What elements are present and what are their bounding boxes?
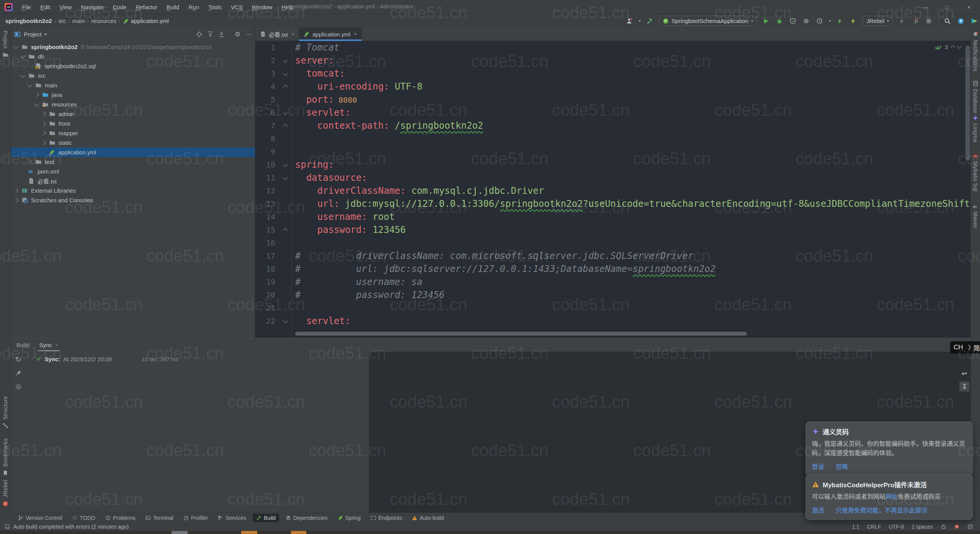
close-icon[interactable]: × — [291, 31, 294, 37]
rerun-clock-icon[interactable] — [815, 17, 824, 25]
fold-marker-icon[interactable] — [279, 228, 291, 232]
fold-marker-icon[interactable] — [279, 59, 291, 62]
tree-item-springbootkn2o2.sql[interactable]: SQLspringbootkn2o2.sql — [11, 61, 255, 71]
fold-marker-icon[interactable] — [279, 319, 291, 323]
code-line[interactable]: 10spring: — [255, 158, 971, 171]
sidebar-item-maven[interactable]: mMaven — [971, 203, 980, 229]
code-line[interactable]: 22 servlet: — [255, 315, 971, 328]
stop-icon[interactable] — [924, 17, 933, 25]
next-problem-icon[interactable] — [957, 44, 962, 49]
code-line[interactable]: 14 username: root — [255, 210, 971, 223]
code-line[interactable]: 9 — [255, 145, 971, 158]
sidebar-item-project[interactable]: Project — [2, 31, 8, 49]
chevron-down-icon[interactable] — [34, 102, 39, 106]
hammer-icon[interactable] — [645, 17, 654, 25]
editor-horizontal-scrollbar[interactable] — [295, 332, 747, 336]
fold-marker-icon[interactable] — [279, 111, 291, 115]
code-line[interactable]: 19# username: sa — [255, 275, 971, 288]
breadcrumb-item[interactable]: src — [58, 18, 66, 24]
code-line[interactable]: 1# Tomcat — [255, 41, 971, 54]
tree-item-springbootkn2o2[interactable]: springbootkn2o2E:\releaseComp\24-10\10\1… — [11, 42, 255, 52]
fold-marker-icon[interactable] — [279, 124, 291, 128]
run-icon[interactable] — [762, 17, 770, 25]
bolt-green-icon[interactable] — [836, 17, 844, 25]
chevron-right-icon[interactable] — [41, 121, 46, 126]
sidebar-item-lingma[interactable]: Lingma — [971, 115, 980, 142]
traffic-icon[interactable] — [911, 17, 920, 25]
toolwindow-button-todo[interactable]: TODO — [69, 514, 99, 522]
status-caret-position[interactable]: 1:1 — [852, 524, 859, 530]
scroll-to-end-icon[interactable]: ↧ — [959, 382, 969, 391]
chevron-right-icon[interactable] — [41, 131, 46, 136]
build-sync-row[interactable]: ✓ Sync: At 2025/12/2 20:09 15 sec, 387 m… — [26, 352, 369, 363]
chevron-right-icon[interactable] — [41, 111, 46, 116]
menu-code[interactable]: Code — [109, 3, 131, 11]
tree-item-static[interactable]: static — [11, 138, 255, 147]
chevron-down-icon[interactable] — [20, 54, 25, 59]
code-line[interactable]: 13 url: jdbc:mysql://127.0.0.1:3306/spri… — [255, 197, 971, 210]
chevron-down-icon[interactable]: ▾ — [829, 19, 831, 23]
tree-item-front[interactable]: front — [11, 119, 255, 128]
toolwindow-button-endpoints[interactable]: Endpoints — [367, 514, 405, 522]
chevron-right-icon[interactable] — [34, 92, 39, 97]
code-line[interactable]: 12 driverClassName: com.mysql.cj.jdbc.Dr… — [255, 184, 971, 197]
menu-navigate[interactable]: Navigate — [77, 3, 107, 11]
code-line[interactable]: 20# password: 123456 — [255, 288, 971, 301]
menu-window[interactable]: Window — [248, 3, 276, 11]
sidebar-item-mybatis-sql[interactable]: Mybatis Sql — [971, 153, 980, 192]
update-icon[interactable] — [957, 17, 965, 25]
chevron-down-icon[interactable] — [13, 44, 18, 49]
tree-item-scratches-and-consoles[interactable]: Scratches and Consoles — [11, 195, 255, 205]
code-line[interactable]: 21 — [255, 301, 971, 315]
notification-link[interactable]: 网址 — [885, 493, 898, 500]
menu-edit[interactable]: Edit — [36, 3, 54, 11]
notification-action[interactable]: 登录 — [812, 462, 824, 471]
editor-tab-必看.txt[interactable]: 必看.txt× — [255, 28, 299, 41]
tree-item-pom.xml[interactable]: mpom.xml — [11, 167, 255, 176]
toolwindow-button-build[interactable]: Build — [253, 514, 279, 522]
code-line[interactable]: 18# url: jdbc:sqlserver://127.0.0.1:1433… — [255, 262, 971, 275]
sidebar-item-notifications[interactable]: Notifications — [971, 31, 980, 72]
close-icon[interactable]: × — [354, 31, 357, 37]
code-line[interactable]: 7 context-path: /springbootkn2o2 — [255, 119, 971, 132]
code-line[interactable]: 8 — [255, 132, 971, 145]
notification-action[interactable]: 忽略 — [836, 462, 848, 471]
editor-tab-application.yml[interactable]: application.yml× — [299, 28, 361, 41]
toolwindow-button-profiler[interactable]: Profiler — [180, 514, 211, 522]
toolwindow-button-terminal[interactable]: Terminal — [142, 514, 177, 522]
tool-window-toggle-icon[interactable] — [5, 524, 10, 529]
run-configuration-select[interactable]: SpringbootSchemaApplication▾ — [659, 16, 757, 26]
tree-item-main[interactable]: main — [11, 80, 255, 90]
menu-vcs[interactable]: VCS — [227, 3, 247, 11]
toolwindow-button-spring[interactable]: Spring — [334, 514, 364, 522]
search-icon[interactable] — [943, 17, 952, 25]
status-indent-style[interactable]: 2 spaces — [911, 524, 933, 530]
error-dot-icon[interactable] — [954, 524, 960, 529]
tree-item-resources[interactable]: resources — [11, 100, 255, 109]
tree-item-必看.txt[interactable]: 必看.txt — [11, 176, 255, 186]
chevron-down-icon[interactable] — [27, 82, 32, 87]
fold-marker-icon[interactable] — [279, 85, 291, 88]
coverage-icon[interactable] — [789, 17, 797, 25]
bolt-gray-icon[interactable] — [898, 17, 906, 25]
chevron-down-icon[interactable]: ▾ — [639, 19, 640, 23]
chevron-down-icon[interactable] — [20, 73, 25, 78]
sidebar-item-jrebel[interactable]: JRebel — [0, 480, 11, 507]
code-line[interactable]: 4 uri-encoding: UTF-8 — [255, 80, 971, 93]
fold-marker-icon[interactable] — [279, 72, 291, 75]
code-line[interactable]: 2server: — [255, 54, 971, 67]
menu-view[interactable]: View — [56, 3, 75, 11]
code-line[interactable]: 3 tomcat: — [255, 67, 971, 80]
chevron-right-icon[interactable] — [13, 198, 18, 203]
menu-file[interactable]: File — [18, 3, 35, 11]
breadcrumb-item[interactable]: springbootkn2o2 — [5, 18, 52, 24]
toolwindow-button-auto-build[interactable]: Auto-build — [408, 514, 447, 522]
toolwindow-button-services[interactable]: Services — [214, 514, 250, 522]
tree-item-admin[interactable]: admin — [11, 109, 255, 119]
profiler-off-icon[interactable] — [802, 17, 810, 25]
breadcrumb-item[interactable]: main — [72, 18, 85, 24]
build-tab-sync[interactable]: Sync × — [39, 338, 58, 351]
toolwindow-button-version-control[interactable]: Version Control — [15, 514, 66, 522]
status-file-encoding[interactable]: UTF-8 — [889, 524, 904, 530]
minimize-button[interactable]: — — [913, 0, 936, 14]
